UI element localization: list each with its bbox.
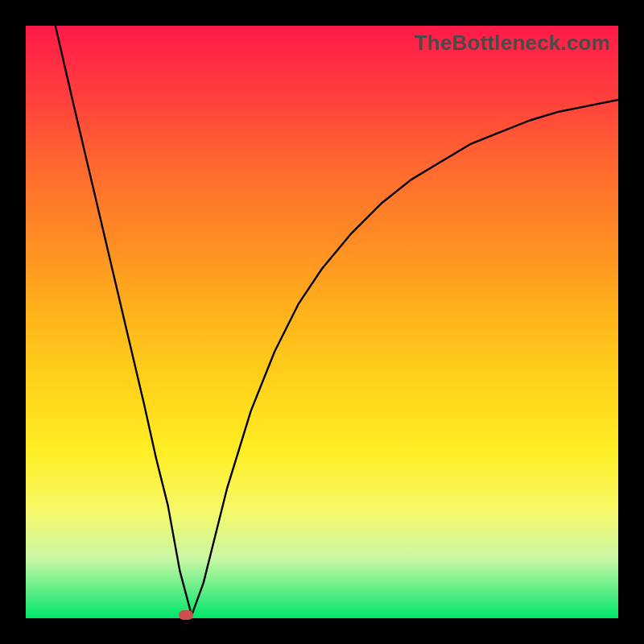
chart-plot-area: TheBottleneck.com xyxy=(26,26,618,618)
watermark-text: TheBottleneck.com xyxy=(415,31,610,56)
bottleneck-curve xyxy=(26,26,618,618)
optimal-point-marker xyxy=(179,610,193,620)
